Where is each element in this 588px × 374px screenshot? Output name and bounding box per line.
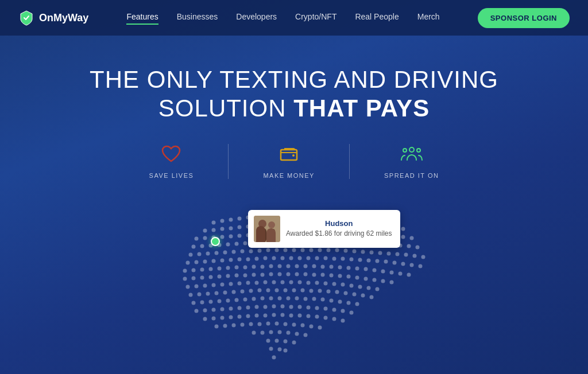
- feature-save-lives: SAVE LIVES: [115, 144, 229, 179]
- svg-point-249: [310, 289, 314, 293]
- svg-point-299: [229, 315, 233, 319]
- svg-point-250: [318, 289, 322, 293]
- svg-point-211: [390, 280, 394, 284]
- svg-point-129: [404, 252, 408, 256]
- svg-point-2: [409, 147, 414, 152]
- wallet-icon: [278, 144, 299, 166]
- svg-point-175: [312, 264, 316, 268]
- nav-link-merch[interactable]: Merch: [417, 12, 440, 24]
- logo[interactable]: OnMyWay: [18, 10, 88, 26]
- sponsor-login-button[interactable]: SPONSOR LOGIN: [478, 8, 570, 28]
- svg-point-206: [347, 274, 351, 278]
- svg-point-118: [310, 248, 314, 252]
- svg-point-235: [189, 293, 193, 297]
- svg-point-201: [304, 272, 308, 276]
- svg-point-141: [264, 256, 268, 260]
- svg-point-302: [255, 313, 259, 317]
- svg-point-325: [318, 325, 322, 329]
- svg-point-77: [192, 244, 196, 248]
- nav-link-crypto[interactable]: Crypto/NFT: [295, 12, 336, 24]
- svg-point-104: [189, 252, 193, 256]
- svg-point-202: [312, 272, 316, 276]
- svg-point-329: [278, 330, 282, 334]
- svg-point-178: [338, 265, 342, 269]
- svg-point-233: [367, 286, 371, 290]
- svg-point-269: [295, 296, 299, 300]
- svg-point-133: [195, 260, 199, 264]
- svg-point-108: [223, 250, 227, 254]
- svg-point-243: [258, 288, 262, 292]
- svg-point-322: [292, 322, 296, 326]
- svg-point-190: [209, 275, 213, 279]
- svg-point-117: [301, 248, 305, 252]
- svg-rect-346: [268, 229, 275, 242]
- notification-card: Hudson Awarded $1.86 for driving 62 mile…: [248, 210, 400, 248]
- svg-point-50: [401, 227, 405, 231]
- svg-point-210: [381, 279, 385, 283]
- nav-link-features[interactable]: Features: [126, 12, 158, 24]
- svg-point-246: [284, 288, 288, 292]
- svg-point-330: [287, 330, 291, 334]
- svg-point-218: [238, 281, 242, 285]
- svg-point-261: [226, 298, 230, 302]
- svg-point-238: [215, 291, 219, 295]
- svg-point-188: [192, 276, 196, 280]
- svg-point-31: [238, 225, 242, 229]
- svg-point-155: [384, 259, 388, 263]
- svg-point-278: [203, 308, 207, 312]
- svg-point-231: [350, 283, 354, 287]
- svg-point-272: [321, 297, 325, 301]
- svg-point-320: [275, 321, 279, 325]
- svg-point-311: [332, 317, 336, 321]
- svg-point-119: [318, 248, 322, 252]
- svg-point-120: [327, 248, 331, 252]
- svg-point-237: [206, 291, 210, 295]
- navbar: OnMyWay Features Businesses Developers C…: [0, 0, 588, 36]
- svg-point-260: [218, 299, 222, 303]
- svg-point-345: [268, 221, 275, 228]
- svg-point-308: [307, 314, 311, 318]
- svg-point-195: [252, 272, 256, 276]
- svg-point-102: [407, 244, 411, 248]
- svg-point-265: [261, 296, 265, 300]
- svg-point-192: [226, 274, 230, 278]
- svg-point-207: [355, 275, 359, 279]
- notification-avatar: [254, 216, 280, 242]
- feature-make-money: MAKE MONEY: [228, 144, 349, 179]
- svg-point-244: [266, 288, 270, 292]
- svg-point-142: [272, 256, 276, 260]
- svg-point-151: [350, 257, 354, 261]
- svg-point-251: [327, 289, 331, 293]
- svg-point-124: [361, 250, 365, 254]
- svg-point-340: [272, 355, 276, 359]
- nav-link-real-people[interactable]: Real People: [355, 12, 399, 24]
- svg-point-169: [261, 264, 265, 268]
- svg-point-264: [252, 297, 256, 301]
- svg-point-300: [238, 314, 242, 318]
- svg-point-291: [315, 306, 319, 310]
- svg-point-245: [275, 288, 279, 292]
- svg-point-185: [399, 271, 403, 275]
- svg-point-172: [287, 264, 291, 268]
- svg-point-255: [361, 293, 365, 297]
- svg-point-274: [338, 299, 342, 303]
- nav-link-developers[interactable]: Developers: [236, 12, 277, 24]
- svg-point-103: [416, 245, 420, 249]
- notification-name: Hudson: [286, 219, 392, 228]
- svg-point-27: [203, 228, 207, 232]
- svg-point-156: [393, 260, 397, 264]
- svg-point-220: [255, 280, 259, 285]
- svg-point-30: [229, 226, 233, 230]
- svg-point-258: [200, 300, 204, 304]
- nav-link-businesses[interactable]: Businesses: [177, 12, 218, 24]
- svg-point-183: [381, 269, 385, 273]
- svg-point-55: [229, 234, 233, 238]
- svg-point-113: [266, 248, 270, 252]
- svg-point-182: [373, 268, 377, 272]
- svg-point-198: [278, 272, 282, 276]
- svg-point-295: [350, 310, 354, 314]
- svg-point-162: [200, 267, 204, 271]
- svg-point-150: [341, 256, 345, 260]
- svg-point-189: [200, 275, 204, 279]
- svg-rect-0: [281, 150, 297, 160]
